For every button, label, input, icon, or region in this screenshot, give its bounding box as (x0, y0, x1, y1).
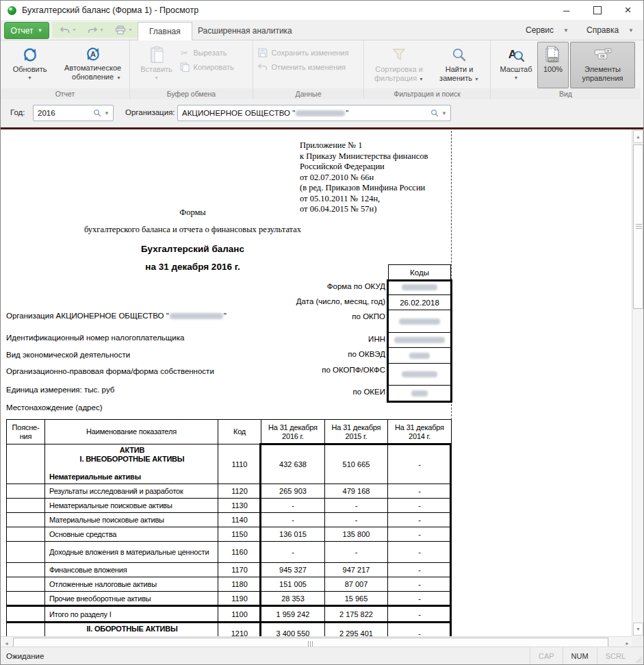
indicator-name-cell[interactable]: Отложенные налоговые активы (45, 577, 218, 592)
explanations-cell[interactable] (7, 542, 45, 563)
code-value-cell[interactable]: 26.02.2018 (388, 294, 451, 310)
value-cell[interactable]: - (388, 484, 452, 499)
resize-grip[interactable] (634, 647, 643, 664)
value-cell[interactable]: - (261, 513, 325, 527)
code-value-cell[interactable] (388, 363, 451, 386)
explanations-cell[interactable] (7, 606, 45, 623)
code-value-cell[interactable] (388, 332, 451, 348)
indicator-name-cell[interactable]: АКТИВI. ВНЕОБОРОТНЫЕ АКТИВЫНематериальны… (45, 444, 218, 484)
explanations-cell[interactable] (7, 484, 45, 499)
report-menu-button[interactable]: Отчет▼ (4, 22, 49, 39)
indicator-name-cell[interactable]: Материальные поисковые активы (45, 513, 218, 527)
vertical-scrollbar[interactable]: ▲ ▼ (632, 129, 643, 636)
explanations-cell[interactable] (7, 527, 45, 542)
report-document[interactable]: Приложение № 1к Приказу Министерства фин… (1, 129, 633, 636)
copy-button[interactable]: Копировать (179, 62, 248, 73)
indicator-name-cell[interactable]: Доходные вложения в материальные ценност… (45, 542, 218, 563)
value-cell[interactable]: - (325, 499, 388, 513)
value-cell[interactable]: 2 295 401 (325, 623, 388, 637)
value-cell[interactable]: 2 175 822 (325, 606, 388, 623)
code-cell[interactable]: 1190 (218, 592, 261, 606)
explanations-cell[interactable] (7, 623, 45, 637)
code-value-cell[interactable] (388, 310, 451, 333)
value-cell[interactable]: 510 665 (325, 444, 388, 484)
value-cell[interactable]: - (388, 592, 452, 606)
maximize-button[interactable] (582, 1, 613, 20)
chevron-down-icon[interactable]: ▼ (104, 110, 110, 116)
indicator-name-cell[interactable]: Финансовые вложения (45, 563, 218, 577)
scroll-up-button[interactable]: ▲ (633, 130, 643, 143)
search-icon[interactable] (430, 109, 439, 117)
value-cell[interactable]: - (261, 499, 325, 513)
indicator-name-cell[interactable]: Нематериальные поисковые активы (45, 499, 218, 513)
find-replace-button[interactable]: Найти и заменить▼ (432, 42, 487, 88)
value-cell[interactable]: 432 638 (261, 444, 325, 484)
code-cell[interactable]: 1140 (218, 513, 261, 527)
tab-home[interactable]: Главная (138, 22, 192, 40)
code-cell[interactable]: 1100 (218, 606, 261, 623)
organization-input[interactable]: АКЦИОНЕРНОЕ ОБЩЕСТВО "" ▼ (177, 105, 451, 121)
auto-refresh-button[interactable]: A Автоматическое обновление ▼ (58, 42, 127, 88)
code-value-cell[interactable] (388, 347, 451, 364)
value-cell[interactable]: - (388, 527, 452, 542)
value-cell[interactable]: 136 015 (261, 527, 325, 542)
value-cell[interactable]: - (388, 444, 452, 484)
indicator-name-cell[interactable]: Прочие внеоборотные активы (45, 592, 218, 606)
value-cell[interactable]: - (388, 542, 452, 563)
indicator-name-cell[interactable]: Итого по разделу I (45, 606, 218, 623)
value-cell[interactable]: 151 005 (261, 577, 325, 592)
code-cell[interactable]: 1150 (218, 527, 261, 542)
explanations-cell[interactable] (7, 592, 45, 606)
controls-button[interactable]: OK Элементы управления (570, 42, 635, 88)
value-cell[interactable]: 265 903 (261, 484, 325, 499)
cancel-changes-button[interactable]: Отменить изменения (257, 62, 360, 73)
value-cell[interactable]: 947 217 (325, 563, 388, 577)
zoom-100-button[interactable]: 100 100% (537, 42, 569, 88)
code-value-cell[interactable] (388, 279, 451, 295)
explanations-cell[interactable] (7, 499, 45, 513)
code-cell[interactable]: 1110 (218, 444, 261, 484)
minimize-button[interactable]: ─ (551, 1, 582, 20)
save-changes-button[interactable]: Сохранить изменения (257, 47, 360, 58)
explanations-cell[interactable] (7, 563, 45, 577)
indicator-name-cell[interactable]: II. ОБОРОТНЫЕ АКТИВЫЗапасы (45, 623, 218, 637)
vertical-scroll-thumb[interactable] (633, 145, 643, 309)
sort-filter-button[interactable]: Сортировка и фильтрация▼ (368, 42, 430, 88)
undo-button[interactable]: ▼ (60, 26, 77, 34)
value-cell[interactable]: 945 327 (261, 563, 325, 577)
value-cell[interactable]: - (325, 542, 388, 563)
value-cell[interactable]: 87 007 (325, 577, 388, 592)
chevron-down-icon[interactable]: ▼ (72, 27, 77, 32)
code-value-cell[interactable] (388, 385, 451, 401)
redo-button[interactable]: ▼ (88, 26, 104, 34)
chevron-down-icon[interactable]: ▼ (99, 27, 104, 32)
search-icon[interactable] (93, 109, 101, 117)
explanations-cell[interactable] (7, 513, 45, 527)
code-cell[interactable]: 1180 (218, 577, 261, 592)
chevron-down-icon[interactable]: ▼ (441, 110, 447, 116)
value-cell[interactable]: - (388, 563, 452, 577)
zoom-button[interactable]: A Масштаб ▼ (496, 42, 536, 88)
close-button[interactable]: × (613, 1, 643, 20)
refresh-button[interactable]: Обновить ▼ (3, 42, 57, 88)
print-button[interactable]: ▼ (115, 25, 133, 35)
cut-button[interactable]: ✂ Вырезать (179, 47, 248, 58)
indicator-name-cell[interactable]: Результаты исследований и разработок (45, 484, 218, 499)
tab-advanced-analytics[interactable]: Расширенная аналитика (187, 22, 303, 40)
value-cell[interactable]: 3 400 550 (261, 623, 325, 637)
value-cell[interactable]: - (388, 606, 452, 623)
scroll-down-button[interactable]: ▼ (633, 623, 643, 636)
value-cell[interactable]: 1 959 242 (261, 606, 325, 623)
value-cell[interactable]: - (388, 499, 452, 513)
value-cell[interactable]: - (388, 623, 452, 637)
explanations-cell[interactable] (7, 444, 45, 484)
year-input[interactable]: 2016 ▼ (33, 105, 114, 121)
indicator-name-cell[interactable]: Основные средства (45, 527, 218, 542)
code-cell[interactable]: 1210 (218, 623, 261, 637)
code-cell[interactable]: 1120 (218, 484, 261, 499)
value-cell[interactable]: - (388, 513, 452, 527)
code-cell[interactable]: 1170 (218, 563, 261, 577)
value-cell[interactable]: 135 800 (325, 527, 388, 542)
value-cell[interactable]: 15 965 (325, 592, 388, 606)
help-menu[interactable]: Справка▼ (587, 25, 634, 35)
